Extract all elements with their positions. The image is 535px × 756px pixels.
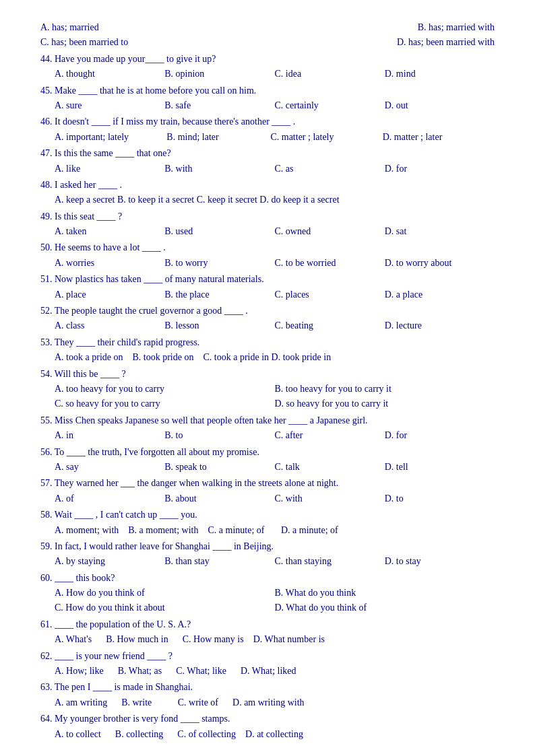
question-62-text: 62. ____ is your new friend ____ ? [40, 649, 495, 664]
option-60-d: D. What do you think of [275, 600, 495, 615]
option-44-c: C. idea [275, 67, 371, 81]
question-63-text: 63. The pen I ____ is made in Shanghai. [40, 680, 495, 695]
question-55-text: 55. Miss Chen speaks Japanese so well th… [40, 413, 495, 428]
option-55-a: A. in [55, 428, 151, 443]
option-47-a: A. like [55, 162, 151, 176]
question-61: 61. ____ the population of the U. S. A.?… [40, 617, 495, 648]
question-50-text: 50. He seems to have a lot ____ . [40, 240, 495, 255]
option-57-d: D. to [385, 491, 481, 506]
option-47-c: C. as [275, 162, 371, 176]
question-51-text: 51. Now plastics has taken ____ of many … [40, 272, 495, 287]
question-47-text: 47. Is this the same ____ that one? [40, 146, 495, 161]
option-60-c: C. How do you think it about [55, 600, 275, 615]
question-45-text: 45. Make ____ that he is at home before … [40, 83, 495, 98]
question-62: 62. ____ is your new friend ____ ? A. Ho… [40, 649, 495, 679]
option-54-c: C. so heavy for you to carry [55, 397, 275, 411]
option-59-c: C. than staying [275, 554, 371, 569]
option-60-a: A. How do you think of [55, 586, 275, 600]
question-59-text: 59. In fact, I would rather leave for Sh… [40, 539, 495, 554]
question-60-text: 60. ____ this book? [40, 571, 495, 586]
question-58: 58. Wait ____ , I can't catch up ____ yo… [40, 508, 495, 538]
question-62-options: A. How; like B. What; as C. What; like D… [55, 664, 495, 679]
question-49-text: 49. Is this seat ____ ? [40, 209, 495, 224]
option-44-a: A. thought [55, 67, 151, 81]
option-54-b: B. too heavy for you to carry it [275, 382, 495, 397]
question-55: 55. Miss Chen speaks Japanese so well th… [40, 413, 495, 444]
option-49-a: A. taken [55, 224, 151, 239]
question-58-options: A. moment; with B. a moment; with C. a m… [55, 523, 495, 538]
option-57-b: B. about [164, 491, 261, 506]
option-44-d: D. mind [385, 67, 481, 81]
option-51-c: C. places [275, 287, 371, 302]
question-57: 57. They warned her ___ the danger when … [40, 476, 495, 506]
option-50-a: A. worries [55, 256, 151, 271]
question-44-text: 44. Have you made up your____ to give it… [40, 52, 495, 67]
option-49-d: D. sat [385, 224, 481, 239]
question-57-text: 57. They warned her ___ the danger when … [40, 476, 495, 491]
question-64: 64. My younger brother is very fond ____… [40, 712, 495, 742]
question-64-options: A. to collect B. collecting C. of collec… [55, 727, 495, 742]
question-46-text: 46. It doesn't ____ if I miss my train, … [40, 114, 495, 129]
option-44-b: B. opinion [164, 67, 261, 81]
question-61-options: A. What's B. How much in C. How many is … [55, 632, 495, 647]
question-46: 46. It doesn't ____ if I miss my train, … [40, 114, 495, 145]
option-59-a: A. by staying [55, 554, 151, 569]
option-46-a: A. important; lately [55, 130, 153, 145]
option-54-d: D. so heavy for you to carry it [275, 397, 495, 411]
option-57-a: A. of [55, 491, 151, 506]
option-59-d: D. to stay [385, 554, 481, 569]
question-56-text: 56. To ____ the truth, I've forgotten al… [40, 445, 495, 460]
option-59-b: B. than stay [164, 554, 261, 569]
question-63: 63. The pen I ____ is made in Shanghai. … [40, 680, 495, 710]
option-50-b: B. to worry [164, 256, 261, 271]
option-46-c: C. matter ; lately [270, 130, 369, 145]
option-46-d: D. matter ; later [383, 130, 481, 145]
question-44: 44. Have you made up your____ to give it… [40, 52, 495, 82]
continuation-line2: C. has; been married to D. has; been mar… [40, 35, 495, 50]
option-60-b: B. What do you think [275, 586, 495, 600]
option-51-d: D. a place [385, 287, 481, 302]
option-56-a: A. say [55, 460, 151, 475]
question-60: 60. ____ this book? A. How do you think … [40, 571, 495, 616]
option-47-b: B. with [164, 162, 261, 176]
question-51: 51. Now plastics has taken ____ of many … [40, 272, 495, 302]
question-52-text: 52. The people taught the cruel governor… [40, 304, 495, 318]
option-50-d: D. to worry about [385, 256, 481, 271]
option-54-a: A. too heavy for you to carry [55, 382, 275, 397]
option-46-b: B. mind; later [166, 130, 257, 145]
option-56-d: D. tell [385, 460, 481, 475]
option-45-b: B. safe [164, 98, 261, 113]
question-64-text: 64. My younger brother is very fond ____… [40, 712, 495, 726]
question-53-text: 53. They ____ their child's rapid progre… [40, 335, 495, 350]
continuation-line1: A. has; married B. has; married with [40, 20, 495, 35]
option-51-b: B. the place [164, 287, 261, 302]
question-63-options: A. am writing B. write C. write of D. am… [55, 695, 495, 710]
question-48-text: 48. I asked her ____ . [40, 178, 495, 193]
question-59: 59. In fact, I would rather leave for Sh… [40, 539, 495, 570]
option-52-c: C. beating [275, 318, 371, 333]
question-56: 56. To ____ the truth, I've forgotten al… [40, 445, 495, 475]
option-50-c: C. to be worried [275, 256, 371, 271]
option-52-a: A. class [55, 318, 151, 333]
option-55-b: B. to [164, 428, 261, 443]
option-55-c: C. after [275, 428, 371, 443]
option-45-a: A. sure [55, 98, 151, 113]
question-52: 52. The people taught the cruel governor… [40, 304, 495, 334]
question-53: 53. They ____ their child's rapid progre… [40, 335, 495, 366]
question-48-options: A. keep a secret B. to keep it a secret … [55, 193, 495, 207]
option-52-b: B. lesson [164, 318, 261, 333]
question-54: 54. Will this be ____ ? A. too heavy for… [40, 367, 495, 412]
option-47-d: D. for [385, 162, 481, 176]
continuation-block: A. has; married B. has; married with C. … [40, 20, 495, 50]
option-45-c: C. certainly [275, 98, 371, 113]
option-56-c: C. talk [275, 460, 371, 475]
question-58-text: 58. Wait ____ , I can't catch up ____ yo… [40, 508, 495, 522]
option-51-a: A. place [55, 287, 151, 302]
question-53-options: A. took a pride on B. took pride on C. t… [55, 350, 495, 365]
question-48: 48. I asked her ____ . A. keep a secret … [40, 178, 495, 208]
option-49-c: C. owned [275, 224, 371, 239]
option-57-c: C. with [275, 491, 371, 506]
content-area: A. has; married B. has; married with C. … [40, 20, 495, 742]
option-55-d: D. for [385, 428, 481, 443]
question-61-text: 61. ____ the population of the U. S. A.? [40, 617, 495, 632]
